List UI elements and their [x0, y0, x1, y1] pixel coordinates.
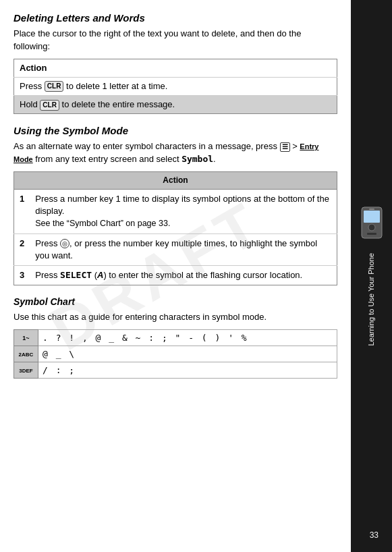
- section1-table-header: Action: [14, 59, 337, 77]
- key1-label: 1~: [22, 335, 29, 341]
- sym-cell-2: @ _ \: [38, 346, 337, 362]
- section2-row3: 3 Press SELECT (A) to enter the symbol a…: [14, 265, 337, 285]
- svg-rect-4: [369, 209, 374, 210]
- right-sidebar: Learning to Use Your Phone 33: [351, 0, 392, 552]
- svg-rect-1: [364, 211, 380, 223]
- symbol-row-2: 2ABC @ _ \: [14, 346, 337, 362]
- section2-row1: 1 Press a number key 1 time to display i…: [14, 189, 337, 233]
- clr-badge-1: CLR: [45, 81, 64, 92]
- key-cell-2: 2ABC: [14, 346, 38, 362]
- section2-row2-num: 2: [14, 233, 30, 265]
- section2-row3-num: 3: [14, 265, 30, 285]
- section2-table: Action 1 Press a number key 1 time to di…: [13, 171, 337, 285]
- section1-row2: Hold CLR to delete the entire message.: [14, 96, 337, 114]
- main-content: Deleting Letters and Words Place the cur…: [0, 0, 351, 391]
- sym-cell-3: / : ;: [38, 362, 337, 379]
- symbol-chart-table: 1~ . ? ! , @ _ & ~ : ; " - ( ) ' % 2ABC …: [13, 329, 337, 379]
- section-symbol-chart: Symbol Chart Use this chart as a guide f…: [13, 296, 337, 379]
- section2-title: Using the Symbol Mode: [13, 125, 337, 136]
- page-number: 33: [370, 530, 379, 540]
- section2-row1-text: Press a number key 1 time to display its…: [30, 189, 337, 233]
- a-label: A: [97, 270, 103, 280]
- phone-icon: [359, 206, 385, 240]
- entry-mode-label: Entry Mode: [13, 142, 318, 163]
- section2-body: As an alternate way to enter symbol char…: [13, 140, 337, 166]
- section3-title: Symbol Chart: [13, 296, 337, 307]
- section2-row1-subtext: See the “Symbol Chart” on page 33.: [35, 219, 170, 228]
- key2-label: 2ABC: [19, 352, 34, 358]
- symbol-row-1: 1~ . ? ! , @ _ & ~ : ; " - ( ) ' %: [14, 330, 337, 346]
- section3-body: Use this chart as a guide for entering c…: [13, 311, 337, 324]
- svg-rect-3: [367, 233, 376, 235]
- clr-badge-2: CLR: [40, 100, 59, 111]
- section2-row3-text: Press SELECT (A) to enter the symbol at …: [30, 265, 337, 285]
- section-symbol-mode: Using the Symbol Mode As an alternate wa…: [13, 125, 337, 285]
- section1-body: Place the cursor to the right of the tex…: [13, 28, 337, 53]
- section2-row2-text: Press ◎, or press the number key multipl…: [30, 233, 337, 265]
- section1-row1: Press CLR to delete 1 letter at a time.: [14, 77, 337, 95]
- sidebar-text: Learning to Use Your Phone: [366, 253, 376, 346]
- menu-icon: ☰: [280, 142, 290, 152]
- nav-icon: ◎: [60, 239, 69, 248]
- section1-table: Action Press CLR to delete 1 letter at a…: [13, 59, 337, 115]
- section2-table-header: Action: [14, 171, 337, 189]
- symbol-label: Symbol: [181, 154, 213, 164]
- section2-row2: 2 Press ◎, or press the number key multi…: [14, 233, 337, 265]
- key-cell-3: 3DEF: [14, 362, 38, 379]
- symbol-row-3: 3DEF / : ;: [14, 362, 337, 379]
- section1-title: Deleting Letters and Words: [13, 12, 337, 24]
- sym-cell-1: . ? ! , @ _ & ~ : ; " - ( ) ' %: [38, 330, 337, 346]
- select-label: SELECT: [60, 270, 92, 280]
- section-deleting: Deleting Letters and Words Place the cur…: [13, 12, 337, 114]
- section2-row1-num: 1: [14, 189, 30, 233]
- svg-point-2: [368, 224, 375, 231]
- key-cell-1: 1~: [14, 330, 38, 346]
- key3-label: 3DEF: [19, 368, 32, 374]
